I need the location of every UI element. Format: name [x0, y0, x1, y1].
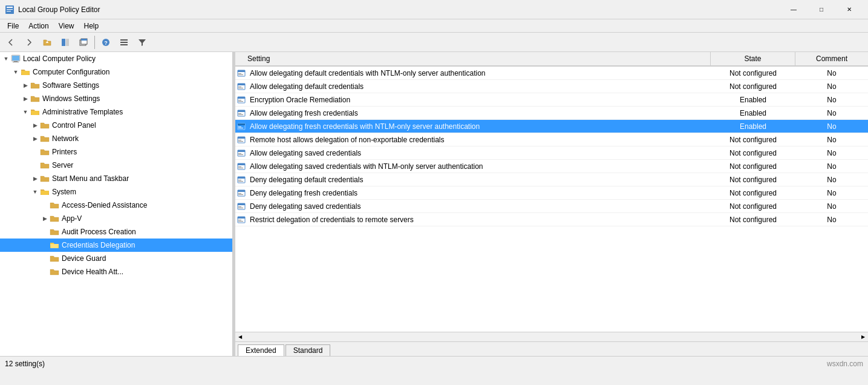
tree-item-printers[interactable]: ▶ Printers: [0, 145, 232, 159]
svg-rect-51: [238, 177, 245, 179]
svg-rect-32: [238, 113, 241, 114]
list-row[interactable]: Allow delegating fresh credentials Enabl…: [235, 107, 868, 120]
list-row[interactable]: Deny delegating saved credentials Not co…: [235, 200, 868, 213]
expander-control-panel[interactable]: ▶: [30, 120, 40, 130]
row-icon-7: [235, 146, 247, 160]
tree-item-audit-process[interactable]: ▶ Audit Process Creation: [0, 225, 232, 239]
tree-item-server[interactable]: ▶ Server: [0, 159, 232, 172]
tree-item-app-v[interactable]: ▶ App-V: [0, 212, 232, 225]
expander-start-menu[interactable]: ▶: [30, 174, 40, 183]
minimize-button[interactable]: —: [780, 0, 808, 19]
list-header: Setting State Comment: [235, 52, 868, 67]
window-controls: — □ ✕: [780, 0, 863, 19]
svg-rect-56: [238, 193, 241, 194]
expander-administrative-templates[interactable]: ▼: [21, 107, 30, 117]
tab-extended[interactable]: Extended: [238, 344, 284, 356]
row-setting-7: Allow delegating saved credentials: [247, 149, 711, 157]
col-header-state[interactable]: State: [711, 52, 795, 65]
svg-rect-43: [238, 150, 245, 152]
list-row-selected[interactable]: Allow delegating fresh credentials with …: [235, 120, 868, 133]
svg-rect-60: [238, 206, 241, 207]
view-button[interactable]: [116, 35, 132, 50]
row-icon-9: [235, 173, 247, 186]
tree-item-network[interactable]: ▶ Network: [0, 132, 232, 145]
svg-rect-61: [238, 208, 243, 208]
row-setting-9: Deny delegating default credentials: [247, 176, 711, 184]
row-comment-9: No: [795, 176, 868, 184]
svg-rect-28: [238, 100, 241, 100]
list-row[interactable]: Allow delegating default credentials Not…: [235, 80, 868, 93]
up-folder-button[interactable]: [39, 35, 56, 50]
toolbar: ?: [0, 33, 868, 52]
folder-icon-windows-settings: [30, 94, 40, 104]
scroll-track[interactable]: [245, 332, 858, 342]
tree-item-access-denied[interactable]: ▶ Access-Denied Assistance: [0, 199, 232, 212]
tree-label-device-health: Device Health Att...: [62, 268, 123, 276]
tree-label-computer-configuration: Computer Configuration: [33, 68, 109, 76]
list-row[interactable]: Encryption Oracle Remediation Enabled No: [235, 93, 868, 107]
expander-computer-configuration[interactable]: ▼: [11, 67, 21, 77]
tree-item-software-settings[interactable]: ▶ Software Settings: [0, 79, 232, 92]
row-icon-12: [235, 213, 247, 226]
back-button[interactable]: [2, 35, 19, 50]
list-row[interactable]: Allow delegating default credentials wit…: [235, 67, 868, 80]
maximize-button[interactable]: □: [808, 0, 835, 19]
filter-button[interactable]: [134, 35, 151, 50]
menu-action[interactable]: Action: [24, 21, 53, 31]
forward-button[interactable]: [21, 35, 38, 50]
list-row[interactable]: Remote host allows delegation of non-exp…: [235, 133, 868, 146]
col-header-comment[interactable]: Comment: [795, 52, 868, 65]
row-state-12: Not configured: [711, 216, 795, 224]
close-button[interactable]: ✕: [835, 0, 863, 19]
scroll-right-button[interactable]: ▶: [858, 332, 868, 342]
tree-item-device-guard[interactable]: ▶ Device Guard: [0, 252, 232, 265]
show-hide-button[interactable]: [57, 35, 74, 50]
svg-rect-33: [238, 114, 243, 115]
list-row[interactable]: Allow delegating saved credentials with …: [235, 160, 868, 173]
svg-rect-41: [238, 141, 243, 142]
expander-network[interactable]: ▶: [30, 134, 40, 143]
menu-help[interactable]: Help: [79, 21, 104, 31]
row-comment-1: No: [795, 69, 868, 77]
horizontal-scrollbar[interactable]: ◀ ▶: [235, 332, 868, 341]
row-icon-5: [235, 120, 247, 133]
expander-local-computer-policy[interactable]: ▼: [1, 54, 11, 64]
tree-item-control-panel[interactable]: ▶ Control Panel: [0, 119, 232, 132]
expander-software-settings[interactable]: ▶: [21, 81, 30, 90]
menu-view[interactable]: View: [54, 21, 79, 31]
list-row[interactable]: Deny delegating default credentials Not …: [235, 173, 868, 186]
folder-icon-software-settings: [30, 81, 40, 90]
expander-system[interactable]: ▼: [30, 187, 40, 197]
list-row[interactable]: Deny delegating fresh credentials Not co…: [235, 186, 868, 200]
folder-open-icon-computer-config: [21, 67, 30, 77]
tab-standard[interactable]: Standard: [286, 344, 331, 356]
menu-file[interactable]: File: [2, 21, 24, 31]
tree-label-printers: Printers: [52, 148, 77, 156]
tree-item-credentials-delegation[interactable]: ▶ Credentials Delegation: [0, 239, 232, 252]
list-row[interactable]: Allow delegating saved credentials Not c…: [235, 146, 868, 160]
new-window-button[interactable]: [75, 35, 92, 50]
tree-item-local-computer-policy[interactable]: ▼ Local Computer Policy: [0, 52, 232, 65]
svg-rect-27: [238, 97, 245, 99]
list-row[interactable]: Restrict delegation of credentials to re…: [235, 213, 868, 226]
svg-rect-65: [238, 221, 243, 222]
expander-app-v[interactable]: ▶: [40, 214, 50, 223]
tree-item-computer-configuration[interactable]: ▼ Computer Configuration: [0, 65, 232, 79]
row-setting-8: Allow delegating saved credentials with …: [247, 162, 711, 171]
tree-item-system[interactable]: ▼ System: [0, 185, 232, 199]
col-header-setting[interactable]: Setting: [235, 52, 711, 65]
svg-rect-52: [238, 180, 241, 180]
scroll-left-button[interactable]: ◀: [235, 332, 245, 342]
svg-rect-3: [7, 11, 11, 12]
tree-item-administrative-templates[interactable]: ▼ Administrative Templates: [0, 105, 232, 119]
svg-rect-17: [13, 62, 19, 62]
tree-item-device-health[interactable]: ▶ Device Health Att...: [0, 265, 232, 278]
svg-rect-13: [120, 44, 128, 45]
tree-item-start-menu[interactable]: ▶ Start Menu and Taskbar: [0, 172, 232, 185]
tree-item-windows-settings[interactable]: ▶ Windows Settings: [0, 92, 232, 105]
tree-label-server: Server: [52, 161, 73, 169]
svg-rect-63: [238, 217, 245, 219]
help-button[interactable]: ?: [97, 35, 114, 50]
row-state-11: Not configured: [711, 202, 795, 211]
expander-windows-settings[interactable]: ▶: [21, 94, 30, 104]
